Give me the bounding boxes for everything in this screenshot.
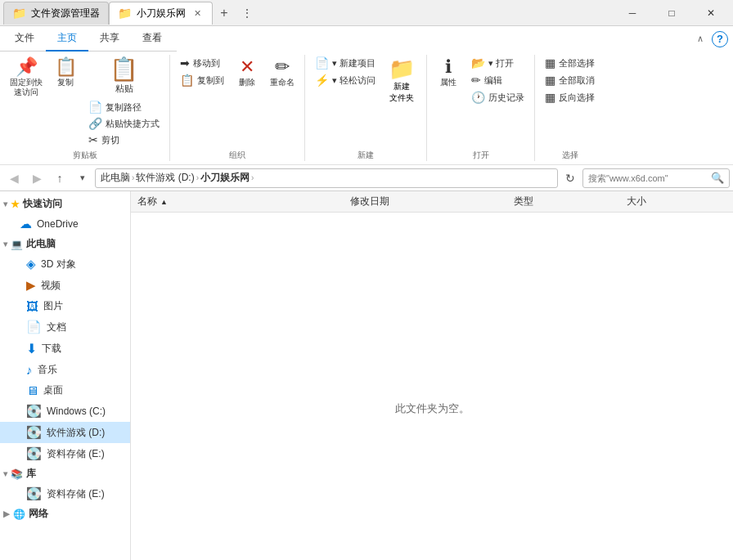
sidebar-item-estorage[interactable]: 💽 资料存储 (E:) bbox=[0, 443, 130, 464]
col-size-header[interactable]: 大小 bbox=[627, 195, 726, 208]
onedrive-icon: ☁ bbox=[20, 217, 32, 231]
moveto-button[interactable]: ➡ 移动到 bbox=[175, 55, 229, 71]
cut-label: 剪切 bbox=[101, 134, 119, 146]
title-bar-tabs: 📁 文件资源管理器 📁 小刀娱乐网 ✕ + ⋮ bbox=[3, 0, 614, 25]
new-group-label: 新建 bbox=[358, 150, 374, 161]
selectnone-label: 全部取消 bbox=[559, 74, 595, 87]
easyaccess-icon: ⚡ bbox=[315, 74, 329, 87]
sidebar-item-network[interactable]: ▶ 🌐 网络 bbox=[0, 504, 130, 523]
pin-label: 固定到快速访问 bbox=[10, 78, 43, 97]
history-button[interactable]: 🕐 历史记录 bbox=[466, 89, 529, 105]
close-button[interactable]: ✕ bbox=[692, 0, 730, 26]
sidebar-item-desktop[interactable]: 🖥 桌面 bbox=[0, 380, 130, 401]
search-box[interactable]: 🔍 bbox=[582, 168, 730, 188]
tab-file-explorer[interactable]: 📁 文件资源管理器 bbox=[3, 2, 109, 25]
easyaccess-button[interactable]: ⚡ ▾ 轻松访问 bbox=[310, 72, 380, 88]
estorage2-label: 资料存储 (E:) bbox=[47, 487, 105, 501]
recent-button[interactable]: ▾ bbox=[72, 168, 93, 189]
sidebar-item-dsoftware[interactable]: 💽 软件游戏 (D:) bbox=[0, 422, 130, 443]
copy-label: 复制 bbox=[57, 78, 74, 87]
selectnone-button[interactable]: ▦ 全部取消 bbox=[540, 72, 600, 88]
ribbon-minimize-button[interactable]: ∧ bbox=[692, 31, 708, 47]
sidebar-item-video[interactable]: ▶ 视频 bbox=[0, 275, 130, 296]
moveto-icon: ➡ bbox=[180, 56, 190, 69]
cut-icon: ✂ bbox=[88, 133, 98, 146]
pasteshortcut-button[interactable]: 🔗 粘贴快捷方式 bbox=[83, 115, 164, 132]
pin-button[interactable]: 📌 固定到快速访问 bbox=[5, 55, 47, 101]
sidebar-item-pictures[interactable]: 🖼 图片 bbox=[0, 296, 130, 316]
rename-button[interactable]: ✏ 重命名 bbox=[265, 55, 299, 91]
more-tabs-button[interactable]: ⋮ bbox=[236, 2, 259, 25]
sidebar-item-library[interactable]: ▾ 📚 库 bbox=[0, 464, 130, 483]
new-tab-button[interactable]: + bbox=[213, 2, 236, 25]
sidebar-item-onedrive[interactable]: ☁ OneDrive bbox=[0, 213, 130, 235]
onedrive-label: OneDrive bbox=[37, 218, 79, 230]
sidebar-item-quickaccess[interactable]: ▾ ★ 快速访问 bbox=[0, 195, 130, 213]
minimize-button[interactable]: ─ bbox=[614, 0, 651, 26]
edit-button[interactable]: ✏ 编辑 bbox=[466, 72, 529, 88]
ribbon-tab-share[interactable]: 共享 bbox=[88, 26, 131, 51]
sidebar-item-thispc[interactable]: ▾ 💻 此电脑 bbox=[0, 235, 130, 253]
cwindows-label: Windows (C:) bbox=[47, 405, 106, 417]
search-input[interactable] bbox=[588, 173, 708, 183]
refresh-button[interactable]: ↻ bbox=[560, 168, 581, 189]
ribbon-tab-view[interactable]: 查看 bbox=[131, 26, 173, 51]
sidebar-item-3d[interactable]: ◈ 3D 对象 bbox=[0, 253, 130, 275]
cwindows-icon: 💽 bbox=[26, 404, 42, 419]
delete-button[interactable]: ✕ 删除 bbox=[231, 55, 263, 91]
maximize-button[interactable]: □ bbox=[653, 0, 690, 26]
col-name-header[interactable]: 名称 ▲ bbox=[137, 195, 337, 208]
3d-icon: ◈ bbox=[26, 257, 36, 271]
selectall-button[interactable]: ▦ 全部选择 bbox=[540, 55, 600, 71]
estorage2-icon: 💽 bbox=[26, 486, 42, 501]
rename-icon: ✏ bbox=[275, 58, 290, 76]
tab-close-btn[interactable]: ✕ bbox=[191, 7, 204, 20]
back-button[interactable]: ◀ bbox=[3, 168, 25, 189]
address-bar[interactable]: 此电脑 › 软件游戏 (D:) › 小刀娱乐网 › bbox=[95, 168, 558, 188]
help-button[interactable]: ? bbox=[712, 31, 728, 47]
sidebar-quickaccess-label: 快速访问 bbox=[23, 197, 62, 211]
selectall-icon: ▦ bbox=[545, 56, 555, 69]
sidebar-item-documents[interactable]: 📄 文档 bbox=[0, 316, 130, 338]
ribbon-tab-file[interactable]: 文件 bbox=[3, 26, 46, 51]
col-name-label: 名称 bbox=[137, 195, 157, 208]
tab-xiaodao-label: 小刀娱乐网 bbox=[137, 7, 186, 20]
ribbon-organize-items: ➡ 移动到 📋 复制到 ✕ 删除 ✏ 重命名 bbox=[175, 55, 299, 148]
delete-label: 删除 bbox=[239, 78, 255, 87]
downloads-label: 下载 bbox=[42, 342, 61, 356]
select-group-label: 选择 bbox=[562, 150, 578, 161]
3d-label: 3D 对象 bbox=[41, 258, 76, 271]
newitem-button[interactable]: 📄 ▾ 新建项目 bbox=[310, 55, 380, 71]
newfolder-label: 新建文件夹 bbox=[389, 81, 414, 104]
pasteshortcut-icon: 🔗 bbox=[88, 117, 102, 130]
sidebar-item-estorage2[interactable]: 💽 资料存储 (E:) bbox=[0, 483, 130, 504]
up-button[interactable]: ↑ bbox=[49, 168, 70, 189]
forward-button[interactable]: ▶ bbox=[26, 168, 47, 189]
new-sub-col: 📄 ▾ 新建项目 ⚡ ▾ 轻松访问 bbox=[310, 55, 380, 88]
paste-button[interactable]: 📋 粘贴 bbox=[83, 55, 164, 98]
video-label: 视频 bbox=[41, 279, 61, 293]
search-icon: 🔍 bbox=[711, 172, 724, 184]
estorage-label: 资料存储 (E:) bbox=[47, 447, 105, 461]
cut-button[interactable]: ✂ 剪切 bbox=[83, 132, 164, 148]
breadcrumb: 此电脑 › 软件游戏 (D:) › 小刀娱乐网 › bbox=[101, 171, 254, 185]
sidebar-item-downloads[interactable]: ⬇ 下载 bbox=[0, 338, 130, 360]
ribbon-tab-row: 文件 主页 共享 查看 ∧ ? bbox=[0, 26, 733, 52]
open-button[interactable]: 📂 ▾ 打开 bbox=[466, 55, 529, 71]
col-type-header[interactable]: 类型 bbox=[514, 195, 614, 208]
documents-icon: 📄 bbox=[26, 320, 42, 334]
properties-button[interactable]: ℹ 属性 bbox=[432, 55, 465, 91]
tab-xiaodao[interactable]: 📁 小刀娱乐网 ✕ bbox=[109, 2, 213, 25]
ribbon-tab-home[interactable]: 主页 bbox=[46, 26, 88, 52]
invertselect-button[interactable]: ▦ 反向选择 bbox=[540, 89, 600, 105]
copy-button[interactable]: 📋 复制 bbox=[49, 55, 82, 91]
copyto-button[interactable]: 📋 复制到 bbox=[175, 72, 229, 88]
sidebar-item-music[interactable]: ♪ 音乐 bbox=[0, 360, 130, 380]
copypath-button[interactable]: 📄 复制路径 bbox=[83, 99, 164, 115]
col-date-header[interactable]: 修改日期 bbox=[350, 195, 500, 208]
newfolder-button[interactable]: 📁 新建文件夹 bbox=[382, 55, 421, 107]
sidebar-thispc-label: 此电脑 bbox=[26, 237, 56, 251]
pin-icon: 📌 bbox=[16, 58, 38, 76]
open-icon: 📂 bbox=[471, 56, 485, 69]
sidebar-item-cwindows[interactable]: 💽 Windows (C:) bbox=[0, 401, 130, 422]
